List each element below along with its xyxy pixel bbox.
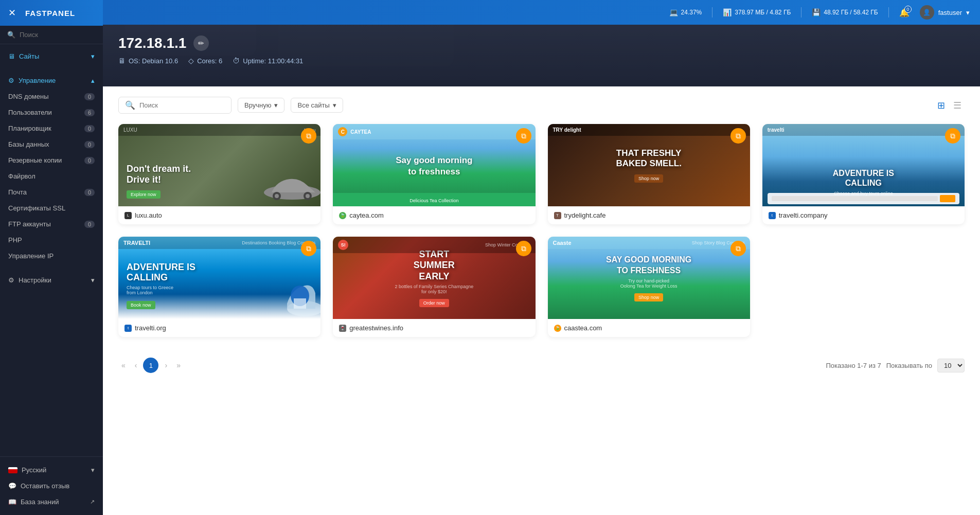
list-view-button[interactable]: ☰ bbox=[950, 98, 965, 113]
first-page-button[interactable]: « bbox=[118, 359, 129, 371]
feedback-icon: 💬 bbox=[8, 482, 16, 490]
luxu-logo: LUXU bbox=[123, 127, 137, 133]
site-card-travelti-org[interactable]: TRAVELTI Destinations Booking Blog Conta… bbox=[118, 237, 320, 337]
sidebar-management-label: Управление bbox=[19, 77, 56, 84]
sites-search-box[interactable]: 🔍 bbox=[118, 97, 231, 114]
sidebar-item-ssl[interactable]: Сертификаты SSL bbox=[0, 200, 103, 216]
user-avatar: 👤 bbox=[920, 5, 934, 20]
traveltiorg-logo: TRAVELTI bbox=[123, 240, 150, 246]
site-card-greatestwines[interactable]: S! Shop Winter Contacts STARTSUMMEREARLY… bbox=[333, 237, 535, 337]
cores-label: Cores: 6 bbox=[197, 57, 222, 65]
site-card-caytea[interactable]: C CAYTEA Say good morningto freshness De… bbox=[333, 124, 535, 224]
gear-icon: ⚙ bbox=[8, 276, 14, 284]
page-1-button[interactable]: 1 bbox=[143, 358, 158, 373]
luxu-cta: Explore now bbox=[127, 190, 161, 199]
caytea-favicon: 🍃 bbox=[339, 212, 346, 219]
travelti-company-logo: travelti bbox=[768, 127, 785, 133]
cpu-value: 24.37% bbox=[681, 9, 702, 16]
sidebar-item-firewall[interactable]: Файрвол bbox=[0, 168, 103, 184]
os-label: OS: Debian 10.6 bbox=[129, 57, 178, 65]
sidebar-item-scheduler[interactable]: Планировщик 0 bbox=[0, 120, 103, 136]
server-edit-button[interactable]: ✏ bbox=[193, 35, 209, 51]
wines-content: STARTSUMMEREARLY 2 bottles of Family Ser… bbox=[390, 244, 479, 312]
cpu-icon: 💻 bbox=[669, 8, 678, 16]
ftp-badge: 0 bbox=[84, 221, 95, 228]
scheduler-badge: 0 bbox=[84, 125, 95, 132]
trydelight-name-row: T trydelight.cafe bbox=[548, 206, 750, 224]
bell-button[interactable]: 🔔 0 bbox=[899, 8, 910, 17]
last-page-button[interactable]: » bbox=[173, 359, 184, 371]
site-card-travelti-company[interactable]: travelti ADVENTURE ISCALLING Choose and … bbox=[762, 124, 965, 224]
sites-search-input[interactable] bbox=[139, 101, 225, 109]
caastea-favicon: 🍃 bbox=[554, 325, 561, 332]
search-icon: 🔍 bbox=[7, 31, 15, 39]
traveltiorg-sub: Cheap tours to Greecefrom London bbox=[127, 285, 195, 295]
trydelight-content: THAT FRESHLYBAKED SMELL. Shop now bbox=[608, 138, 690, 193]
grid-view-button[interactable]: ⊞ bbox=[934, 98, 948, 113]
luxu-name-row: L luxu.auto bbox=[118, 206, 320, 224]
travelti-company-headline: ADVENTURE ISCALLING bbox=[762, 168, 965, 188]
chevron-up-icon: ▴ bbox=[91, 77, 95, 84]
sidebar-feedback[interactable]: 💬 Оставить отзыв bbox=[0, 478, 103, 494]
toolbar: 🔍 Вручную ▾ Все сайты ▾ ⊞ ☰ bbox=[118, 97, 965, 114]
travelti-company-copy-button[interactable]: ⧉ bbox=[945, 128, 960, 144]
sidebar-search[interactable]: 🔍 bbox=[0, 26, 103, 44]
caytea-logo-text: CAYTEA bbox=[350, 129, 371, 135]
sidebar-logo: FASTPANEL bbox=[25, 9, 75, 17]
wines-headline: STARTSUMMEREARLY bbox=[395, 249, 474, 282]
user-menu[interactable]: 👤 fastuser ▾ bbox=[920, 5, 970, 20]
sidebar-item-dns[interactable]: DNS домены 0 bbox=[0, 88, 103, 104]
sidebar-section-sites: 🖥 Сайты ▾ bbox=[0, 44, 103, 68]
wines-sub: 2 bottles of Family Series Champagnefor … bbox=[395, 284, 474, 294]
luxu-headline: Don't dream it.Drive it! bbox=[127, 164, 312, 186]
sidebar-bottom: Русский ▾ 💬 Оставить отзыв 📖 База знаний… bbox=[0, 456, 103, 515]
next-page-button[interactable]: › bbox=[162, 359, 170, 371]
filter-manual-button[interactable]: Вручную ▾ bbox=[238, 98, 284, 113]
sidebar-item-ftp[interactable]: FTP аккаунты 0 bbox=[0, 216, 103, 232]
sidebar-item-databases[interactable]: Базы данных 0 bbox=[0, 136, 103, 152]
sidebar-section-settings: ⚙ Настройки ▾ bbox=[0, 268, 103, 292]
site-card-trydelight[interactable]: TRY delight THAT FRESHLYBAKED SMELL. Sho… bbox=[548, 124, 750, 224]
site-thumb-luxu: LUXU Menu Don't dream it.Drive it! Explo… bbox=[118, 124, 320, 206]
filter-manual-label: Вручную bbox=[244, 101, 271, 109]
site-card-caastea[interactable]: Caaste Shop Story Blog Contacts SAY GOOD… bbox=[548, 237, 750, 337]
traveltiorg-domain: travelti.org bbox=[135, 324, 166, 332]
sidebar-item-users[interactable]: Пользователи 6 bbox=[0, 104, 103, 120]
settings-icon: ⚙ bbox=[8, 77, 14, 84]
sidebar-close-icon[interactable]: ✕ bbox=[8, 7, 16, 19]
prev-page-button[interactable]: ‹ bbox=[132, 359, 140, 371]
sidebar-item-ip[interactable]: Управление IP bbox=[0, 248, 103, 264]
per-page-label: Показывать по bbox=[886, 362, 932, 369]
chevron-down-icon-2: ▾ bbox=[91, 276, 95, 284]
filter-all-button[interactable]: Все сайты ▾ bbox=[291, 98, 343, 113]
chevron-down-manual: ▾ bbox=[274, 101, 278, 109]
trydelight-copy-button[interactable]: ⧉ bbox=[730, 128, 746, 144]
trydelight-logo: TRY delight bbox=[553, 127, 581, 133]
sidebar-item-sites[interactable]: 🖥 Сайты ▾ bbox=[0, 48, 103, 64]
avatar-initial: 👤 bbox=[923, 9, 931, 16]
travelti-search-bar bbox=[768, 193, 959, 204]
trydelight-favicon: T bbox=[554, 212, 561, 219]
caastea-copy-button[interactable]: ⧉ bbox=[730, 241, 746, 256]
site-card-luxu[interactable]: LUXU Menu Don't dream it.Drive it! Explo… bbox=[118, 124, 320, 224]
sidebar-item-php[interactable]: PHP bbox=[0, 232, 103, 248]
sidebar-language[interactable]: Русский ▾ bbox=[0, 462, 103, 478]
sidebar-item-mail[interactable]: Почта 0 bbox=[0, 184, 103, 200]
caytea-headline: Say good morningto freshness bbox=[396, 155, 472, 177]
per-page-select[interactable]: 10 25 50 bbox=[937, 359, 965, 372]
sidebar-management-header[interactable]: ⚙ Управление ▴ bbox=[0, 73, 103, 88]
disk-stat: 💾 48.92 ГБ / 58.42 ГБ bbox=[812, 8, 878, 16]
sidebar-knowledge[interactable]: 📖 База знаний ↗ bbox=[0, 494, 103, 510]
knowledge-label: База знаний bbox=[21, 498, 59, 506]
sidebar-search-input[interactable] bbox=[20, 31, 96, 39]
sidebar-item-backups[interactable]: Резервные копии 0 bbox=[0, 152, 103, 168]
caytea-copy-button[interactable]: ⧉ bbox=[516, 128, 531, 144]
travelti-company-name-row: t travelti.company bbox=[762, 206, 965, 224]
disk-value: 48.92 ГБ / 58.42 ГБ bbox=[824, 9, 878, 16]
server-uptime: ⏱ Uptime: 11:00:44:31 bbox=[233, 57, 303, 65]
trydelight-cta: Shop now bbox=[634, 174, 663, 183]
greatestwines-copy-button[interactable]: ⧉ bbox=[516, 241, 531, 256]
ram-value: 378.97 МБ / 4.82 ГБ bbox=[735, 9, 791, 16]
sidebar-settings-header[interactable]: ⚙ Настройки ▾ bbox=[0, 272, 103, 288]
caastea-name-row: 🍃 caastea.com bbox=[548, 319, 750, 337]
